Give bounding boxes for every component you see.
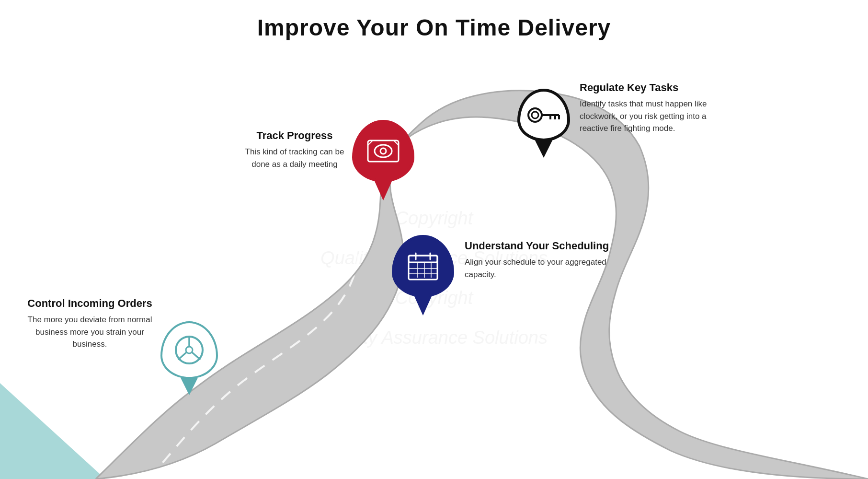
regulate-tasks-desc: Identify tasks that must happen like clo… [580,98,714,135]
eye-icon [366,139,400,163]
control-orders-desc: The more you deviate from normal busines… [24,314,156,350]
pin-circle-black [517,89,570,141]
pin-tail-red [375,181,392,200]
svg-rect-0 [368,140,399,162]
info-track-progress: Track Progress This kind of tracking can… [242,129,347,170]
scheduling-title: Understand Your Scheduling [465,240,618,252]
pin-tail-blue [414,296,432,315]
pin-circle-teal [160,321,218,379]
pin-regulate-tasks [517,89,570,158]
svg-rect-11 [409,256,437,280]
scheduling-desc: Align your schedule to your aggregated c… [465,256,618,280]
pin-circle-red [352,120,414,182]
info-control-orders: Control Incoming Orders The more you dev… [24,297,156,350]
svg-point-5 [528,108,542,122]
svg-point-2 [380,148,386,154]
page-title: Improve Your On Time Delivery [0,0,868,41]
pin-circle-blue [392,235,454,297]
info-regulate-tasks: Regulate Key Tasks Identify tasks that m… [580,82,714,135]
key-icon [526,105,561,126]
pin-control-orders [160,321,218,395]
pin-tail-black [535,140,552,158]
steering-wheel-icon [172,333,206,367]
svg-point-1 [375,145,392,157]
control-orders-title: Control Incoming Orders [24,297,156,310]
info-scheduling: Understand Your Scheduling Align your sc… [465,240,618,280]
svg-point-6 [532,112,538,118]
svg-line-24 [179,352,186,359]
decorative-triangle [0,383,105,479]
pin-track-progress [352,120,414,200]
calendar-icon [406,251,440,282]
regulate-tasks-title: Regulate Key Tasks [580,82,714,94]
pin-tail-teal [181,378,198,395]
track-progress-title: Track Progress [242,129,347,142]
pin-scheduling [392,235,454,315]
track-progress-desc: This kind of tracking can be done as a d… [242,146,347,170]
svg-rect-12 [409,256,437,262]
svg-line-25 [192,352,200,359]
